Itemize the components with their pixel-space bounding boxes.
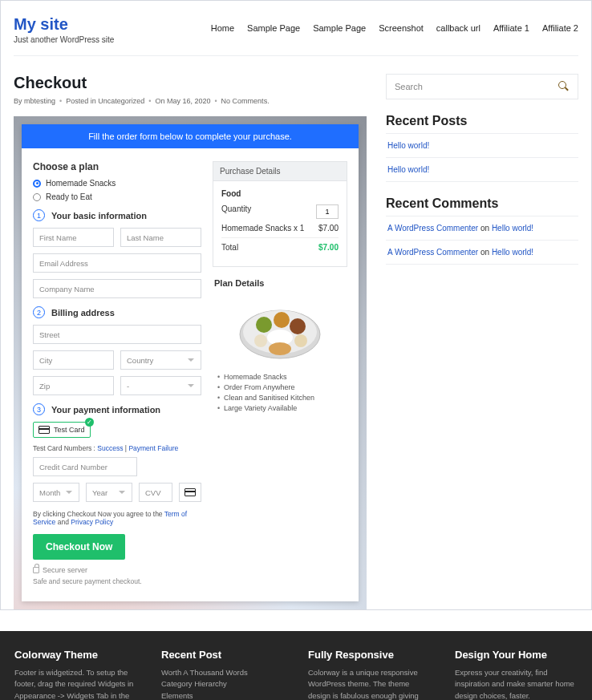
search-box[interactable]: Search — [386, 74, 578, 99]
site-tagline: Just another WordPress site — [14, 35, 114, 44]
test-card-numbers: Test Card Numbers : Success | Payment Fa… — [33, 444, 201, 452]
svg-point-7 — [254, 334, 267, 347]
checkout-banner: Fill the order form below to complete yo… — [22, 124, 359, 148]
search-icon[interactable] — [558, 81, 570, 92]
nav-home[interactable]: Home — [211, 23, 234, 33]
zip-input[interactable]: Zip — [33, 376, 114, 395]
choose-plan-label: Choose a plan — [33, 161, 201, 172]
success-link[interactable]: Success — [97, 444, 123, 452]
state-select[interactable]: - — [120, 376, 201, 395]
quantity-input[interactable] — [316, 204, 339, 219]
city-input[interactable]: City — [33, 350, 114, 370]
company-input[interactable]: Company Name — [33, 279, 201, 298]
nav-affiliate2[interactable]: Affiliate 2 — [542, 23, 578, 33]
plan-ready[interactable]: Ready to Eat — [33, 192, 201, 201]
recent-comment: A WordPress Commenter on Hello world! — [386, 216, 578, 241]
privacy-link[interactable]: Privacy Policy — [71, 518, 113, 526]
footer-col1-text: Footer is widgetized. To setup the foote… — [14, 667, 137, 700]
line-item-price: $7.00 — [318, 224, 339, 233]
cc-number-input[interactable]: Credit Card Number — [33, 457, 137, 476]
footer-col4-text: Express your creativity, find inspiratio… — [455, 667, 578, 700]
step-1-title: Your basic information — [51, 211, 147, 221]
footer-col2-heading: Recent Post — [161, 649, 284, 661]
recent-post-link[interactable]: Hello world! — [387, 141, 429, 150]
recent-comment: A WordPress Commenter on Hello world! — [386, 241, 578, 265]
month-select[interactable]: Month — [33, 483, 79, 502]
svg-point-8 — [294, 334, 307, 347]
nav-screenshot[interactable]: Screenshot — [379, 23, 424, 33]
primary-nav: Home Sample Page Sample Page Screenshot … — [211, 15, 578, 33]
plan-bullets: Homemade Snacks Order From Anywhere Clea… — [213, 373, 347, 412]
step-2-title: Billing address — [51, 308, 115, 318]
footer-link[interactable]: Category Hierarchy — [161, 678, 284, 690]
test-card-option[interactable]: Test Card — [33, 422, 91, 438]
svg-point-3 — [274, 312, 290, 328]
nav-sample2[interactable]: Sample Page — [313, 23, 366, 33]
failure-link[interactable]: Payment Failure — [128, 444, 178, 452]
post-meta: By mbtestingPosted in UncategorizedOn Ma… — [14, 97, 367, 105]
svg-point-2 — [256, 317, 272, 333]
quantity-label: Quantity — [221, 204, 251, 219]
checkout-button[interactable]: Checkout Now — [33, 534, 125, 560]
agree-text: By clicking Checkout Now you agree to th… — [33, 510, 201, 526]
commenter-link[interactable]: A WordPress Commenter — [387, 224, 478, 233]
secure-note: Safe and secure payment checkout. — [33, 577, 201, 585]
total-label: Total — [221, 243, 238, 252]
total-price: $7.00 — [318, 243, 339, 252]
line-item-label: Homemade Snacks x 1 — [221, 224, 304, 233]
plan-details-heading: Plan Details — [214, 278, 347, 288]
svg-point-4 — [290, 318, 306, 334]
comment-post-link[interactable]: Hello world! — [492, 248, 533, 257]
radio-icon — [33, 193, 41, 201]
footer-col1-heading: Colorway Theme — [14, 649, 137, 661]
step-2-icon: 2 — [33, 306, 45, 318]
footer-col4-heading: Design Your Home — [455, 649, 578, 661]
street-input[interactable]: Street — [33, 325, 201, 344]
comment-post-link[interactable]: Hello world! — [492, 224, 533, 233]
site-title[interactable]: My site — [14, 15, 114, 34]
recent-posts-heading: Recent Posts — [386, 114, 578, 128]
commenter-link[interactable]: A WordPress Commenter — [387, 248, 478, 257]
page-title: Checkout — [14, 74, 367, 92]
step-3-icon: 3 — [33, 403, 45, 415]
step-3-title: Your payment information — [51, 405, 160, 415]
email-input[interactable]: Email Address — [33, 253, 201, 273]
svg-point-6 — [269, 342, 291, 355]
footer-col3-heading: Fully Responsive — [308, 649, 431, 661]
footer-col3-text: Colorway is a unique responsive WordPres… — [308, 667, 431, 700]
year-select[interactable]: Year — [86, 483, 132, 502]
food-heading: Food — [221, 189, 339, 198]
card-icon — [39, 426, 50, 434]
recent-comments-heading: Recent Comments — [386, 196, 578, 211]
first-name-input[interactable]: First Name — [33, 228, 114, 247]
step-1-icon: 1 — [33, 209, 45, 221]
nav-callback[interactable]: callback url — [436, 23, 480, 33]
radio-icon — [33, 180, 41, 188]
footer-link[interactable]: Elements — [161, 690, 284, 701]
search-placeholder: Search — [395, 82, 423, 91]
plan-homemade[interactable]: Homemade Snacks — [33, 179, 201, 188]
plan-image — [232, 296, 328, 365]
lock-icon — [33, 567, 39, 573]
recent-post-link[interactable]: Hello world! — [387, 165, 429, 174]
last-name-input[interactable]: Last Name — [120, 228, 201, 247]
nav-sample1[interactable]: Sample Page — [247, 23, 300, 33]
secure-server: Secure server — [43, 566, 87, 574]
cvv-hint-icon — [179, 483, 201, 502]
purchase-details-header: Purchase Details — [213, 161, 347, 181]
country-select[interactable]: Country — [120, 350, 201, 370]
cvv-input[interactable]: CVV — [139, 483, 172, 502]
footer-link[interactable]: Worth A Thousand Words — [161, 667, 284, 678]
nav-affiliate1[interactable]: Affiliate 1 — [493, 23, 529, 33]
